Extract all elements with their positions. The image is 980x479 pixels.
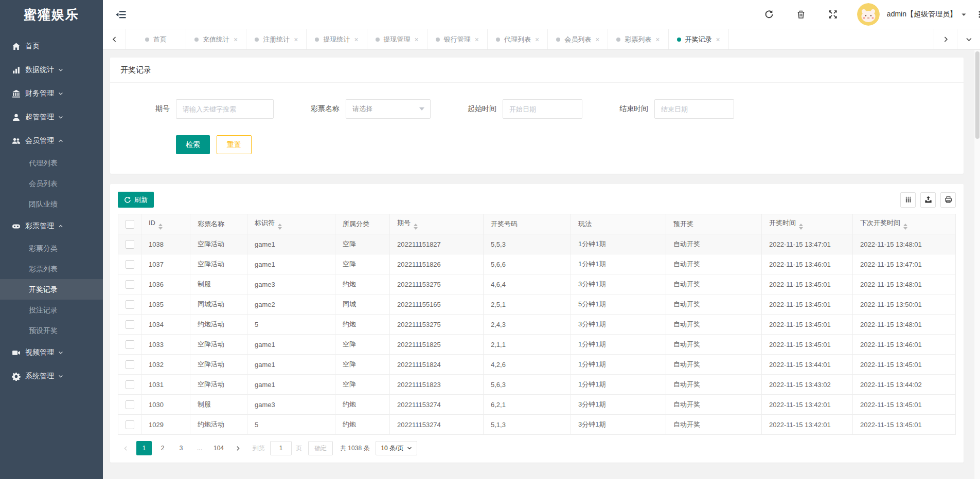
export-icon[interactable] [920,192,936,208]
tab-close-icon[interactable]: × [354,36,358,43]
columns-icon[interactable] [900,192,916,208]
sort-icon[interactable] [278,224,282,230]
tab-dot-icon [616,38,620,42]
tab-5[interactable]: 银行管理× [427,29,488,49]
end-date-input[interactable] [654,99,734,119]
sidebar-item-7[interactable]: 系统管理 [0,364,103,388]
tab-close-icon[interactable]: × [415,36,419,43]
lottery-icon [12,222,21,231]
row-checkbox-cell [118,335,141,355]
scrollbar-thumb[interactable] [975,51,979,139]
start-date-input[interactable] [503,99,582,119]
sidebar-item-3[interactable]: 超管管理 [0,105,103,129]
tab-close-icon[interactable]: × [655,36,660,43]
tab-1[interactable]: 充值统计× [186,29,246,49]
cell-2-7: 自动开奖 [666,274,762,294]
refresh-icon[interactable] [764,10,774,19]
tab-dot-icon [496,38,500,42]
column-header-9[interactable]: 下次开奖时间 [853,214,956,234]
sidebar-subitem-5-1[interactable]: 彩票列表 [0,259,103,279]
column-header-2[interactable]: 标识符 [247,214,335,234]
more-vert-icon[interactable] [975,10,980,19]
tab-0[interactable]: 首页 [126,29,186,49]
row-checkbox[interactable] [126,420,134,429]
tabs-scroll-right-icon[interactable] [934,29,957,49]
search-button[interactable]: 检索 [176,135,210,154]
sidebar-item-4[interactable]: 会员管理 [0,129,103,153]
row-checkbox[interactable] [126,240,134,249]
sidebar-subitem-4-0[interactable]: 代理列表 [0,153,103,173]
refresh-button[interactable]: 刷新 [118,192,154,208]
sidebar-subitem-4-1[interactable]: 会员列表 [0,173,103,194]
goto-page-input[interactable] [270,441,292,455]
row-checkbox[interactable] [126,260,134,269]
pagination-page-3[interactable]: 3 [173,441,189,455]
sidebar-subitem-5-4[interactable]: 预设开奖 [0,320,103,341]
sidebar-subitem-4-2[interactable]: 团队业绩 [0,194,103,214]
row-checkbox[interactable] [126,300,134,309]
print-icon[interactable] [940,192,956,208]
sidebar-item-label: 会员管理 [25,136,54,145]
sort-icon[interactable] [799,224,803,230]
goto-confirm-button[interactable]: 确定 [308,441,333,455]
row-checkbox[interactable] [126,380,134,389]
pagination-next-icon[interactable] [230,441,245,455]
admin-label[interactable]: admin【超级管理员】 [887,10,957,19]
pagination-page-104[interactable]: 104 [210,441,227,455]
tabs-menu-icon[interactable] [957,29,980,49]
sidebar-item-2[interactable]: 财务管理 [0,82,103,105]
page-size-select[interactable]: 10 条/页 [376,441,417,455]
row-checkbox[interactable] [126,280,134,289]
column-header-8[interactable]: 开奖时间 [762,214,853,234]
tab-4[interactable]: 提现管理× [367,29,427,49]
row-checkbox[interactable] [126,320,134,329]
sidebar-item-5[interactable]: 彩票管理 [0,214,103,238]
sidebar-item-0[interactable]: 首页 [0,34,103,58]
pagination-prev-icon[interactable] [118,441,133,455]
pagination-page-2[interactable]: 2 [155,441,170,455]
tab-7[interactable]: 会员列表× [548,29,608,49]
table-toolbar: 刷新 [118,192,956,208]
row-checkbox[interactable] [126,360,134,369]
tab-9[interactable]: 开奖记录× [669,29,729,49]
tab-close-icon[interactable]: × [595,36,599,43]
sort-icon[interactable] [414,224,418,230]
tab-3[interactable]: 提现统计× [307,29,367,49]
tab-close-icon[interactable]: × [535,36,539,43]
fullscreen-icon[interactable] [828,10,838,19]
tabs-scroll-left-icon[interactable] [103,29,126,49]
sidebar-subitem-5-2[interactable]: 开奖记录 [0,279,103,300]
cell-5-5: 2,1,1 [484,335,571,355]
select-all-checkbox[interactable] [126,220,134,229]
issue-input[interactable] [176,99,274,119]
column-header-4[interactable]: 期号 [390,214,484,234]
sidebar-item-6[interactable]: 视频管理 [0,341,103,364]
menu-fold-icon[interactable] [115,10,127,19]
tab-close-icon[interactable]: × [475,36,479,43]
tab-close-icon[interactable]: × [234,36,238,43]
sidebar-item-1[interactable]: 数据统计 [0,58,103,82]
cell-1-2: game1 [247,254,335,274]
caret-down-icon[interactable] [960,11,967,18]
row-checkbox[interactable] [126,340,134,349]
row-checkbox[interactable] [126,400,134,409]
column-header-0[interactable]: ID [141,214,190,234]
lottery-name-select[interactable]: 请选择 [346,99,431,119]
sort-icon[interactable] [903,224,907,230]
cell-7-0: 1031 [141,375,190,395]
tab-2[interactable]: 注册统计× [246,29,307,49]
trash-icon[interactable] [796,10,806,19]
tab-8[interactable]: 彩票列表× [608,29,668,49]
sidebar-subitem-5-0[interactable]: 彩票分类 [0,238,103,259]
sidebar-subitem-5-3[interactable]: 投注记录 [0,300,103,320]
tab-close-icon[interactable]: × [716,36,720,43]
pagination-page-1[interactable]: 1 [136,441,152,455]
user-avatar[interactable] [857,3,880,26]
column-label: 玩法 [578,220,592,228]
tab-close-icon[interactable]: × [294,36,298,43]
cell-6-2: game1 [247,355,335,375]
tab-6[interactable]: 代理列表× [488,29,548,49]
header-checkbox-cell [118,214,141,234]
sort-icon[interactable] [158,224,163,230]
reset-button[interactable]: 重置 [217,135,252,154]
